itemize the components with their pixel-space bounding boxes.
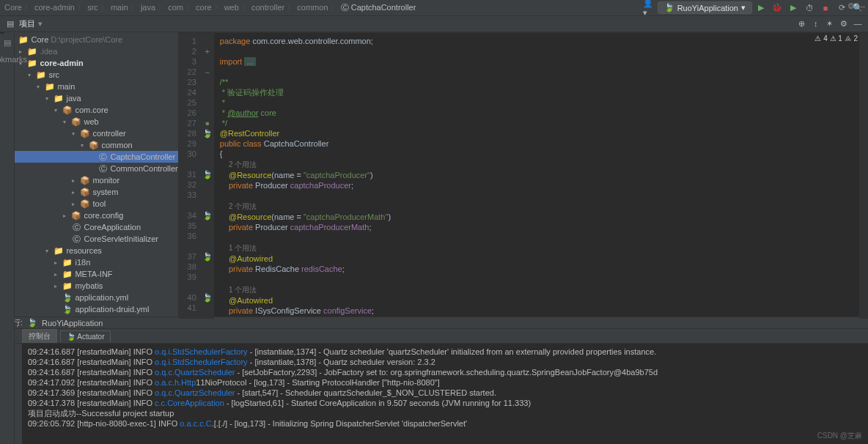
breadcrumb-bar: Core 〉 core-admin 〉 src 〉 main 〉 java 〉 …	[0, 0, 868, 16]
bookmarks-label[interactable]: Bookmarks	[0, 55, 27, 64]
chevron-down-icon[interactable]: ▾	[38, 19, 43, 29]
left-tool-strip: ▤ Bookmarks	[0, 34, 15, 444]
spring-icon: 🍃	[27, 318, 37, 328]
run-config-selector[interactable]: 🍃 RuoYiApplication ▾	[658, 1, 752, 14]
structure-icon[interactable]: ▤	[4, 38, 11, 48]
debug-button[interactable]: 🐞	[771, 2, 783, 14]
user-icon[interactable]: 👤▾	[643, 2, 655, 14]
run-tool-window: 运行: 🍃 RuoYiApplication ⚙ — 控制台🍃 Actuator…	[0, 317, 868, 443]
error-stripe[interactable]	[859, 33, 868, 319]
project-tool-icon[interactable]: ▤	[4, 18, 16, 30]
project-panel-title: 项目	[19, 18, 35, 29]
run-config-name: RuoYiApplication	[42, 319, 103, 328]
spring-icon: 🍃	[664, 3, 674, 12]
chevron-down-icon: ▾	[741, 3, 746, 12]
project-tree[interactable]: ▾📁Core D:\projectCore\Core▸📁.idea▾📁core-…	[4, 32, 177, 317]
console-output[interactable]: 09:24:16.687 [restartedMain] INFO o.q.i.…	[22, 344, 868, 444]
run-config-label: RuoYiApplication	[677, 4, 738, 12]
console-tabs[interactable]: 控制台🍃 Actuator	[0, 329, 868, 344]
watermark: CSDN @芝麻	[817, 431, 862, 441]
code-editor[interactable]: 1 2 3 22 23 24 25 26 27 28 29 30 31 32 3…	[179, 33, 868, 319]
editor-area: ⒸCaptchaController.java×ⒸDefaultKaptcha.…	[179, 32, 868, 317]
coverage-button[interactable]: ▶	[787, 2, 799, 14]
project-tree-panel: ▾📁Core D:\projectCore\Core▸📁.idea▾📁core-…	[4, 32, 178, 317]
inspection-badge[interactable]: ⚠ 4 ⚠ 1 ⩓ 2	[814, 34, 858, 42]
run-settings-icon[interactable]: ⚙ —	[847, 1, 865, 11]
vcs-update-button[interactable]: ⟳	[836, 2, 847, 14]
breadcrumb-path[interactable]: Core 〉 core-admin 〉 src 〉 main 〉 java 〉 …	[4, 2, 416, 13]
profile-button[interactable]: ⏱	[803, 2, 815, 14]
stop-button[interactable]: ■	[820, 2, 831, 14]
run-button[interactable]: ▶	[755, 2, 767, 14]
project-toolbar: ⊕ ↕ ✶ ⚙ —	[796, 18, 864, 30]
